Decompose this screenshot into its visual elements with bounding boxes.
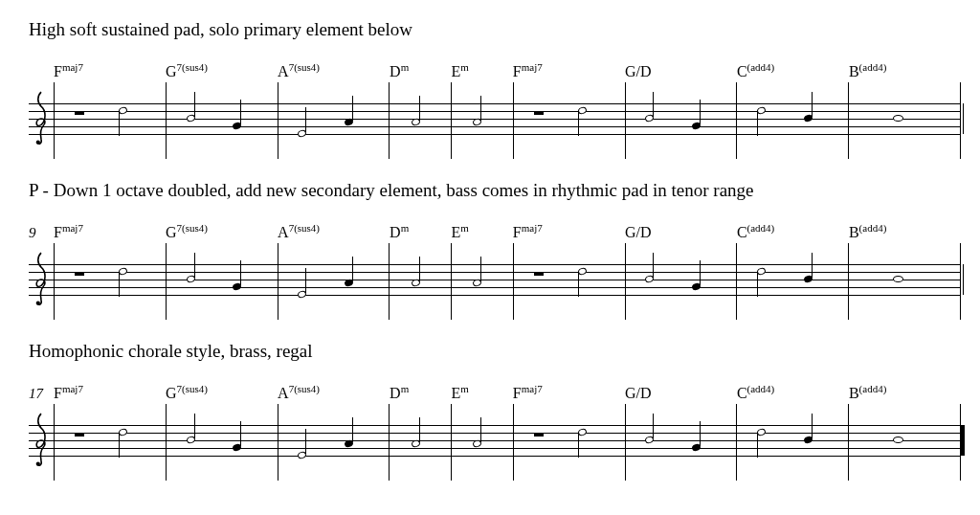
note-stem — [352, 96, 353, 121]
treble-clef-icon — [31, 412, 52, 469]
chord-cell: Fmaj7 — [513, 61, 625, 80]
chord-symbol: Em — [451, 222, 468, 241]
bars-area — [54, 243, 961, 320]
chord-root: G/D — [625, 224, 652, 240]
chord-root: E — [451, 63, 460, 79]
chord-row: Fmaj7G7(sus4)A7(sus4)DmEmFmaj7G/DC(add4)… — [29, 61, 961, 80]
chord-quality: maj7 — [522, 222, 543, 234]
chord-root: G — [166, 224, 177, 240]
chord-root: A — [278, 63, 289, 79]
chord-root: C — [737, 224, 747, 240]
chord-cell: A7(sus4) — [278, 222, 390, 241]
chord-quality: (add4) — [859, 61, 887, 73]
chord-root: A — [278, 385, 289, 401]
note-stem — [653, 92, 654, 117]
measure — [737, 243, 849, 320]
chord-symbol: A7(sus4) — [278, 383, 320, 402]
chord-quality: (add4) — [859, 383, 887, 394]
chord-root: B — [849, 385, 859, 401]
bars-area — [54, 82, 961, 159]
chord-row: 17Fmaj7G7(sus4)A7(sus4)DmEmFmaj7G/DC(add… — [29, 383, 961, 402]
measure — [167, 243, 278, 320]
chord-cell: G/D — [625, 222, 737, 241]
note-stem — [240, 260, 241, 285]
chord-symbol: G/D — [625, 61, 652, 80]
note-stem — [578, 111, 579, 136]
svg-point-1 — [36, 302, 40, 305]
half-rest — [534, 111, 544, 115]
chord-cell: Fmaj7 — [54, 61, 166, 80]
note-stem — [757, 433, 758, 458]
measure — [278, 243, 390, 320]
half-rest — [75, 433, 84, 437]
chord-quality: 7(sus4) — [289, 383, 320, 394]
chord-symbol: Fmaj7 — [513, 383, 543, 402]
measure — [390, 243, 452, 320]
svg-point-0 — [36, 141, 40, 145]
chord-root: C — [737, 63, 747, 79]
measure — [849, 404, 961, 481]
chord-quality: maj7 — [62, 61, 83, 73]
chord-cell: G7(sus4) — [166, 61, 278, 80]
system-3: Homophonic chorale style, brass, regal17… — [29, 341, 961, 481]
chord-cell: C(add4) — [737, 61, 849, 80]
chord-cell: B(add4) — [849, 61, 961, 80]
system-2: P - Down 1 octave doubled, add new secon… — [29, 180, 961, 320]
chord-root: F — [54, 63, 62, 79]
chord-symbol: Dm — [390, 61, 409, 80]
note-stem — [419, 257, 420, 281]
chord-symbol: G/D — [625, 383, 652, 402]
chord-root: F — [513, 224, 522, 240]
note-stem — [700, 260, 701, 285]
clef-area — [29, 243, 54, 320]
measure — [54, 243, 167, 320]
note-stem — [653, 414, 654, 438]
clef-area — [29, 404, 54, 481]
chord-quality: (add4) — [747, 61, 775, 73]
chord-cell: A7(sus4) — [278, 61, 390, 80]
chord-symbol: Fmaj7 — [54, 383, 83, 402]
measure — [626, 243, 738, 320]
chord-root: D — [390, 63, 401, 79]
chord-quality: 7(sus4) — [177, 222, 208, 234]
note-stem — [194, 92, 195, 117]
measure — [849, 82, 961, 159]
measure — [737, 82, 849, 159]
staff — [29, 82, 961, 159]
chord-quality: m — [401, 383, 410, 394]
chord-root: G — [166, 385, 177, 401]
note-stem — [119, 433, 120, 458]
section-instruction: P - Down 1 octave doubled, add new secon… — [29, 180, 961, 201]
chord-row: 9Fmaj7G7(sus4)A7(sus4)DmEmFmaj7G/DC(add4… — [29, 222, 961, 241]
note-stem — [700, 421, 701, 446]
chord-root: A — [278, 224, 289, 240]
note-stem — [240, 421, 241, 446]
half-rest — [534, 272, 544, 276]
note-stem — [419, 96, 420, 121]
chord-symbol: B(add4) — [849, 222, 886, 241]
chord-symbol: A7(sus4) — [278, 222, 320, 241]
chord-cell: Dm — [390, 222, 451, 241]
chord-symbol: C(add4) — [737, 222, 774, 241]
chord-symbol: C(add4) — [737, 383, 774, 402]
chord-root: F — [54, 224, 62, 240]
chord-symbol: Em — [451, 383, 468, 402]
chord-cell: B(add4) — [849, 222, 961, 241]
chord-symbol: Fmaj7 — [513, 222, 543, 241]
chord-quality: maj7 — [62, 222, 83, 234]
chord-quality: 7(sus4) — [177, 383, 208, 394]
note-stem — [578, 433, 579, 458]
chord-root: F — [54, 385, 62, 401]
measure — [390, 82, 452, 159]
clef-area — [29, 82, 54, 159]
chord-root: E — [451, 385, 460, 401]
note-stem — [119, 272, 120, 297]
bars-area — [54, 404, 961, 481]
chord-cell: Fmaj7 — [54, 383, 166, 402]
chord-cell: G/D — [625, 61, 737, 80]
chord-symbol: G7(sus4) — [166, 383, 208, 402]
chord-symbol: B(add4) — [849, 61, 886, 80]
note-stem — [812, 92, 813, 117]
chord-root: F — [513, 385, 522, 401]
chord-quality: m — [401, 222, 410, 234]
